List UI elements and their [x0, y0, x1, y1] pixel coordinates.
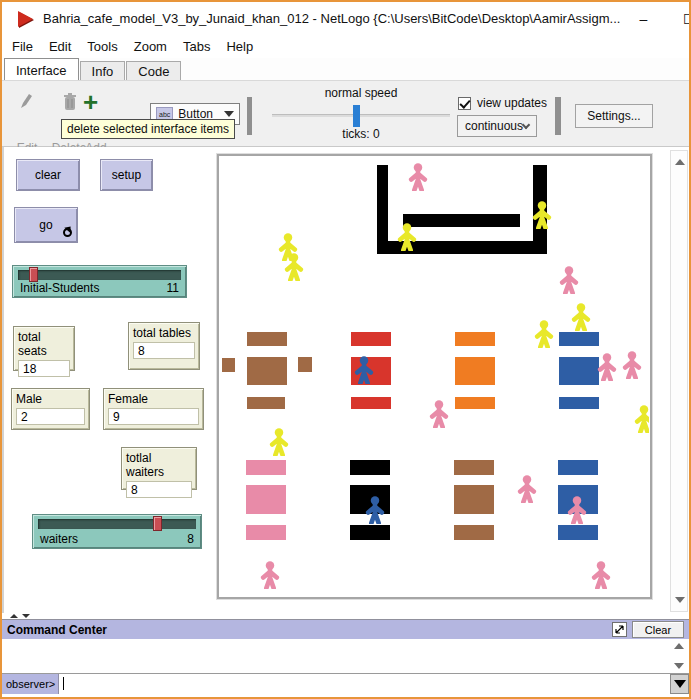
clear-button-label: clear — [35, 168, 61, 182]
observer-prompt[interactable]: observer> — [2, 674, 59, 694]
slider-handle[interactable] — [29, 267, 38, 282]
cafe-table-orange — [455, 332, 495, 346]
cafe-table-brown — [454, 525, 494, 540]
slider-track — [18, 270, 181, 280]
cafe-table-blue — [559, 357, 599, 385]
monitor-label: Male — [16, 392, 85, 406]
cafe-table-brown — [247, 357, 287, 385]
minimize-button[interactable]: – — [620, 4, 666, 34]
command-center-clear-button[interactable]: Clear — [632, 621, 684, 638]
monitor-value: 2 — [16, 408, 85, 425]
delete-tooltip: delete selected interface items — [61, 119, 235, 139]
text-caret — [63, 677, 64, 690]
person-pink — [558, 266, 580, 294]
cafe-table-brown — [454, 485, 494, 514]
dropdown-arrow-icon — [674, 680, 686, 688]
person-blue — [364, 496, 386, 524]
forever-icon — [63, 228, 72, 237]
cafe-table-brown — [247, 397, 285, 409]
cafe-table-black — [350, 525, 390, 540]
toolbar-separator — [555, 97, 561, 135]
tab-info[interactable]: Info — [80, 61, 126, 80]
person-yellow — [533, 320, 555, 348]
monitor-value: 9 — [108, 408, 199, 425]
menu-zoom[interactable]: Zoom — [126, 37, 175, 56]
slider-handle[interactable] — [153, 516, 162, 531]
scroll-up-icon[interactable] — [674, 643, 684, 649]
menu-bar: File Edit Tools Zoom Tabs Help — [2, 35, 689, 58]
cafe-table-brown — [247, 332, 287, 346]
view-updates-checkbox[interactable] — [458, 97, 471, 110]
settings-button[interactable]: Settings... — [575, 104, 653, 128]
monitor-value: 8 — [133, 342, 195, 359]
speed-slider-thumb[interactable] — [353, 105, 360, 127]
monitor-label: total seats — [18, 330, 70, 358]
command-center-output[interactable] — [2, 639, 689, 674]
person-blue — [353, 356, 375, 384]
scroll-up-icon[interactable] — [675, 159, 685, 165]
command-input-row: observer> — [2, 674, 689, 694]
maximize-button[interactable]: ☐ — [666, 4, 691, 34]
total-tables-monitor: total tables 8 — [128, 322, 200, 370]
edit-pencil-icon[interactable] — [18, 93, 34, 111]
menu-tools[interactable]: Tools — [79, 37, 125, 56]
ticks-counter: ticks: 0 — [270, 127, 452, 141]
slider-value: 11 — [167, 281, 179, 295]
setup-button[interactable]: setup — [100, 159, 153, 191]
cafe-table-pink — [246, 485, 286, 514]
person-yellow — [396, 223, 418, 251]
world-canvas — [220, 157, 649, 596]
monitor-value: 8 — [126, 481, 192, 498]
menu-edit[interactable]: Edit — [41, 37, 79, 56]
menu-file[interactable]: File — [4, 37, 41, 56]
export-diagonal-icon[interactable] — [612, 622, 627, 637]
slider-label: waiters — [40, 532, 78, 546]
window-title: Bahria_cafe_model_V3_by_Junaid_khan_012 … — [43, 11, 620, 26]
update-mode-value: continuous — [465, 119, 523, 133]
tab-code[interactable]: Code — [126, 61, 181, 80]
command-history-dropdown[interactable] — [670, 674, 689, 694]
menu-tabs[interactable]: Tabs — [175, 37, 218, 56]
person-yellow — [531, 201, 553, 229]
initial-students-slider[interactable]: Initial-Students 11 — [12, 265, 187, 298]
cafe-table-pink — [246, 460, 286, 475]
tab-interface[interactable]: Interface — [4, 58, 79, 80]
command-center-title: Command Center — [7, 623, 107, 637]
person-pink — [566, 496, 588, 524]
male-monitor: Male 2 — [11, 388, 90, 430]
interface-panel: clear setup go Initial-Students 11 total… — [2, 147, 689, 614]
scroll-down-icon[interactable] — [674, 663, 684, 669]
delete-trash-icon[interactable] — [62, 92, 78, 111]
person-pink — [596, 353, 618, 381]
person-yellow — [268, 428, 290, 456]
cafe-table-red — [351, 332, 391, 346]
counter-wall — [403, 214, 520, 227]
title-bar: Bahria_cafe_model_V3_by_Junaid_khan_012 … — [2, 2, 689, 35]
monitor-label: total tables — [133, 326, 195, 340]
person-yellow — [283, 253, 305, 281]
cafe-table-blue — [558, 460, 598, 475]
menu-help[interactable]: Help — [218, 37, 261, 56]
interface-scrollbar[interactable] — [670, 150, 688, 612]
go-button[interactable]: go — [14, 207, 78, 243]
cafe-table-brown — [298, 357, 312, 372]
speed-slider-track[interactable] — [272, 114, 450, 117]
clear-button[interactable]: clear — [16, 159, 80, 191]
scroll-down-icon[interactable] — [675, 597, 685, 603]
splitter-up-icon[interactable] — [10, 614, 18, 618]
chevron-down-icon — [522, 120, 530, 128]
cafe-table-blue — [558, 525, 598, 540]
add-widget-icon[interactable]: + — [83, 87, 98, 118]
world-view[interactable] — [217, 154, 652, 599]
tab-bar: Interface Info Code — [2, 58, 689, 80]
cafe-table-brown — [222, 358, 235, 372]
splitter-down-icon[interactable] — [22, 614, 30, 618]
cafe-table-brown — [454, 460, 494, 475]
update-mode-dropdown[interactable]: continuous — [457, 115, 537, 137]
netlogo-window: Bahria_cafe_model_V3_by_Junaid_khan_012 … — [0, 0, 691, 699]
slider-value: 8 — [187, 532, 194, 546]
waiters-slider[interactable]: waiters 8 — [32, 514, 202, 549]
command-input[interactable] — [59, 674, 670, 694]
netlogo-app-icon — [18, 11, 33, 27]
command-center-header: Command Center Clear — [2, 619, 689, 639]
